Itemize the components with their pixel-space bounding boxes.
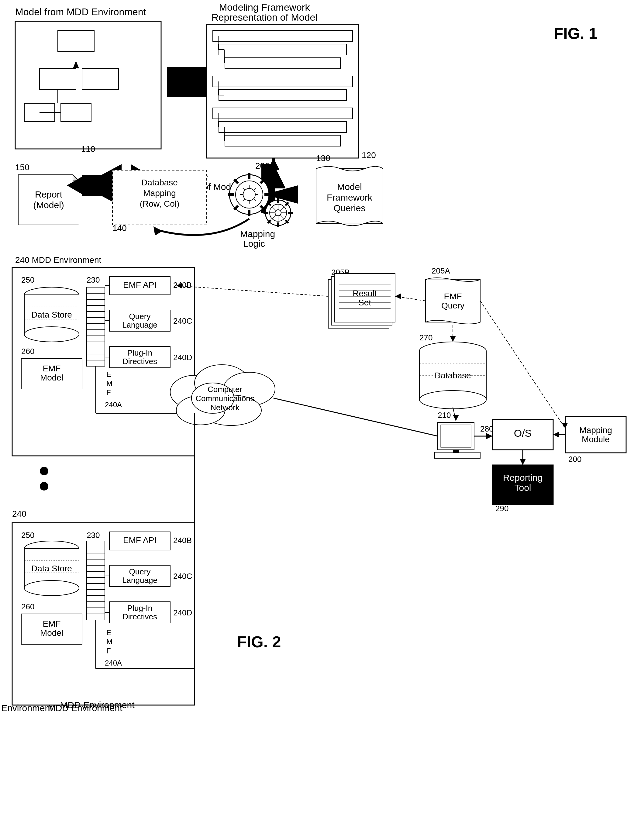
svg-text:MDD Environment: MDD Environment <box>0 703 52 713</box>
svg-text:230: 230 <box>87 531 100 540</box>
svg-line-190 <box>274 398 438 436</box>
svg-text:150: 150 <box>15 163 30 172</box>
svg-text:EMF: EMF <box>43 619 60 628</box>
svg-text:Logic: Logic <box>243 238 265 249</box>
svg-text:Query: Query <box>129 567 151 576</box>
svg-text:Result: Result <box>353 289 377 298</box>
svg-text:210: 210 <box>438 411 451 420</box>
svg-text:Data Store: Data Store <box>31 564 72 573</box>
svg-text:Mapping: Mapping <box>240 229 275 239</box>
svg-text:Model from MDD Environment: Model from MDD Environment <box>15 6 146 17</box>
svg-text:200: 200 <box>568 455 582 464</box>
svg-text:Plug-In: Plug-In <box>127 348 152 357</box>
svg-text:240D: 240D <box>173 608 192 617</box>
svg-rect-175 <box>435 452 480 458</box>
svg-text:Directives: Directives <box>122 357 157 366</box>
svg-text:M: M <box>106 638 112 646</box>
svg-text:Mapping: Mapping <box>143 188 175 198</box>
svg-text:280: 280 <box>480 424 493 433</box>
svg-point-72 <box>243 188 255 201</box>
svg-rect-3 <box>58 30 94 52</box>
svg-rect-25 <box>213 108 353 119</box>
svg-rect-22 <box>225 58 340 69</box>
svg-text:Database: Database <box>141 178 178 187</box>
svg-text:Communications: Communications <box>195 394 255 403</box>
svg-text:Framework: Framework <box>327 193 373 202</box>
svg-text:Representation of Model: Representation of Model <box>212 12 318 23</box>
svg-text:Tool: Tool <box>514 483 531 493</box>
svg-text:(Row, Col): (Row, Col) <box>140 199 180 208</box>
svg-text:Language: Language <box>122 576 157 585</box>
svg-line-155 <box>176 286 328 296</box>
svg-text:260: 260 <box>21 347 34 356</box>
svg-point-102 <box>24 327 79 342</box>
svg-rect-23 <box>213 76 353 87</box>
svg-text:250: 250 <box>21 531 34 540</box>
svg-text:F: F <box>106 388 111 396</box>
svg-rect-26 <box>219 122 346 133</box>
svg-marker-178 <box>453 415 459 421</box>
svg-text:Computer: Computer <box>207 385 242 394</box>
svg-text:MDD Environment: MDD Environment <box>60 700 134 710</box>
svg-point-220 <box>24 581 79 596</box>
svg-text:EMF API: EMF API <box>123 280 157 290</box>
svg-text:Query: Query <box>129 312 151 321</box>
svg-marker-209 <box>520 459 526 465</box>
svg-text:240  MDD Environment: 240 MDD Environment <box>15 255 101 265</box>
svg-text:E: E <box>106 628 111 637</box>
svg-text:Module: Module <box>582 434 610 444</box>
svg-text:240B: 240B <box>173 536 192 545</box>
svg-text:240A: 240A <box>105 401 122 409</box>
svg-text:200: 200 <box>255 161 270 171</box>
svg-text:230: 230 <box>87 275 100 284</box>
svg-text:Queries: Queries <box>334 203 365 213</box>
svg-text:EMF: EMF <box>43 364 60 373</box>
svg-point-87 <box>275 210 281 216</box>
diagram-container: Model from MDD Environment 110 Modeling … <box>0 0 634 840</box>
svg-text:Model: Model <box>40 628 63 638</box>
svg-text:EMF API: EMF API <box>123 535 157 545</box>
svg-marker-162 <box>395 293 401 299</box>
svg-text:Query: Query <box>441 301 465 310</box>
svg-text:240C: 240C <box>173 316 192 325</box>
svg-point-212 <box>40 482 48 491</box>
svg-text:Database: Database <box>435 371 471 380</box>
svg-text:240B: 240B <box>173 281 192 290</box>
svg-text:M: M <box>106 379 112 387</box>
svg-text:260: 260 <box>21 602 34 611</box>
svg-text:Reporting: Reporting <box>503 472 542 483</box>
svg-text:250: 250 <box>21 275 34 284</box>
svg-text:FIG. 2: FIG. 2 <box>237 633 281 651</box>
svg-text:240C: 240C <box>173 572 192 581</box>
svg-text:240D: 240D <box>173 353 192 362</box>
svg-text:120: 120 <box>362 150 376 160</box>
svg-marker-203 <box>553 431 559 437</box>
svg-rect-7 <box>82 68 119 90</box>
svg-text:Modeling Framework: Modeling Framework <box>219 2 310 13</box>
svg-rect-174 <box>441 425 471 447</box>
svg-point-211 <box>40 467 48 475</box>
svg-text:F: F <box>106 647 111 655</box>
svg-text:Set: Set <box>358 298 371 307</box>
svg-text:Report: Report <box>35 189 63 199</box>
svg-text:Data Store: Data Store <box>31 310 72 319</box>
svg-rect-24 <box>219 90 346 101</box>
svg-text:E: E <box>106 370 111 378</box>
svg-marker-171 <box>450 336 456 342</box>
svg-rect-12 <box>61 103 91 122</box>
svg-text:290: 290 <box>495 504 509 513</box>
svg-text:140: 140 <box>112 223 127 233</box>
svg-text:Plug-In: Plug-In <box>127 603 152 613</box>
svg-text:270: 270 <box>419 333 433 342</box>
svg-rect-21 <box>219 44 346 55</box>
svg-text:O/S: O/S <box>514 427 532 439</box>
svg-text:(Model): (Model) <box>33 200 64 210</box>
svg-text:Mapping: Mapping <box>579 425 612 435</box>
svg-text:130: 130 <box>316 153 330 163</box>
svg-rect-20 <box>213 30 353 41</box>
svg-line-200 <box>480 301 565 428</box>
svg-rect-27 <box>225 135 340 146</box>
svg-text:Network: Network <box>210 403 239 412</box>
svg-text:Language: Language <box>122 321 157 330</box>
svg-rect-176 <box>453 450 459 453</box>
